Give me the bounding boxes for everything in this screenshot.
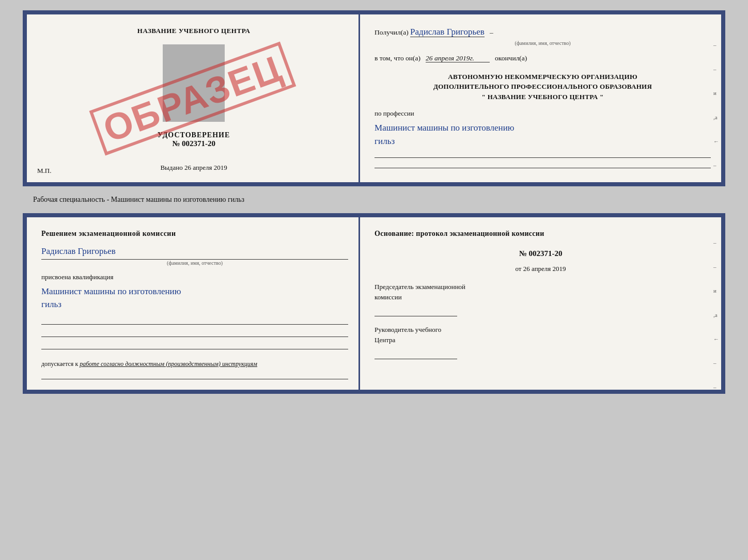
komissia-title: Решением экзаменационной комиссии (41, 228, 348, 240)
rukovoditel-sig-line (375, 348, 457, 359)
top-document: НАЗВАНИЕ УЧЕБНОГО ЦЕНТРА УДОСТОВЕРЕНИЕ №… (23, 10, 725, 186)
bottom-document: Решением экзаменационной комиссии Радисл… (23, 213, 725, 394)
prisvoena-label: присвоена квалификация (41, 271, 348, 283)
side-dashes-bottom: – – и ,а ← – – – (713, 238, 719, 394)
recipient-name-top: Радислав Григорьев (410, 27, 485, 37)
vtom-line: в том, что он(а) 26 апреля 2019г. окончи… (375, 53, 711, 65)
rukovoditel-block: Руководитель учебного Центра (375, 325, 707, 359)
cert-label: УДОСТОВЕРЕНИЕ (158, 131, 230, 139)
profession-line1: Машинист машины по изготовлению (375, 121, 711, 135)
sig-underlines-left (41, 314, 348, 349)
kvali-line1: Машинист машины по изготовлению (41, 285, 348, 298)
poluchil-line: Получил(а) Радислав Григорьев – (фамилия… (375, 25, 711, 47)
predsedatel-sig-line (375, 305, 457, 316)
side-dashes-top: – – и ,а ← – – – (713, 40, 719, 186)
underline1 (375, 148, 711, 158)
dopuskaetsya-line: допускается к работе согласно должностны… (41, 359, 348, 369)
vydano-line: Выдано 26 апреля 2019 (160, 164, 227, 172)
recipient-name-bottom: Радислав Григорьев (41, 244, 348, 260)
underline2 (375, 158, 711, 168)
poprofessii-label: по профессии (375, 108, 711, 119)
predsedatel-block: Председатель экзаменационной комиссии (375, 282, 707, 316)
cert-number: № 002371-20 (158, 139, 230, 148)
dopuskaetsya-underline (41, 369, 348, 379)
photo-placeholder (163, 44, 225, 122)
vtom-date: 26 апреля 2019г. (426, 54, 490, 62)
protocol-number: № 002371-20 (375, 247, 707, 261)
bottom-doc-right: Основание: протокол экзаменационной коми… (360, 217, 721, 390)
kvali-line2: гильз (41, 298, 348, 311)
fio-hint-top: (фамилия, имя, отчество) (375, 39, 711, 47)
profession-line2: гильз (375, 135, 711, 148)
mp-label: М.П. (37, 167, 51, 175)
top-left-title: НАЗВАНИЕ УЧЕБНОГО ЦЕНТРА (137, 27, 251, 35)
udostoverenie-block: УДОСТОВЕРЕНИЕ № 002371-20 (158, 131, 230, 148)
osnovanie-title: Основание: протокол экзаменационной коми… (375, 228, 707, 240)
fio-hint-bottom: (фамилия, имя, отчество) (41, 259, 348, 267)
top-doc-left: НАЗВАНИЕ УЧЕБНОГО ЦЕНТРА УДОСТОВЕРЕНИЕ №… (27, 14, 360, 182)
top-doc-right: Получил(а) Радислав Григорьев – (фамилия… (360, 14, 721, 182)
org-block: АВТОНОМНУЮ НЕКОММЕРЧЕСКУЮ ОРГАНИЗАЦИЮ ДО… (375, 72, 711, 102)
bottom-doc-left: Решением экзаменационной комиссии Радисл… (27, 217, 360, 390)
protocol-date: от 26 апреля 2019 (375, 263, 707, 275)
between-label: Рабочая специальность - Машинист машины … (33, 196, 244, 204)
dopuskaetsya-text: работе согласно должностным (производств… (80, 360, 257, 367)
